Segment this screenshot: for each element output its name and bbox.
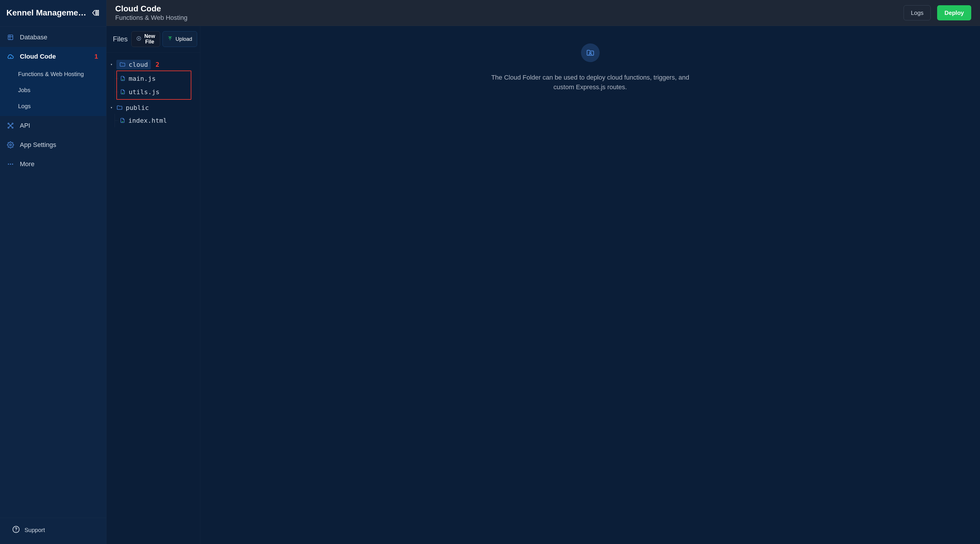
folder-user-icon — [581, 43, 600, 62]
tree-file-main-js[interactable]: main.js — [117, 72, 191, 85]
svg-point-26 — [589, 52, 591, 54]
svg-line-11 — [9, 124, 10, 125]
sidebar-item-support[interactable]: Support — [6, 523, 100, 537]
annotation-highlight: main.js utils.js — [116, 71, 191, 100]
plus-circle-icon — [136, 36, 142, 42]
tree-children-public: index.html — [115, 114, 196, 127]
file-icon — [120, 89, 126, 95]
sidebar-item-label: Cloud Code — [20, 53, 56, 60]
file-panel: Files New File Uplo — [107, 26, 200, 544]
svg-point-16 — [8, 163, 9, 165]
detail-panel: The Cloud Folder can be used to deploy c… — [200, 26, 980, 544]
sidebar-item-database[interactable]: Database — [0, 28, 106, 47]
topbar-titles: Cloud Code Functions & Web Hosting — [115, 4, 188, 22]
file-icon — [119, 117, 126, 123]
upload-button[interactable]: Upload — [162, 31, 197, 47]
tree-file-index-html[interactable]: index.html — [117, 114, 196, 127]
app-title: Kennel Management ... — [6, 8, 88, 17]
svg-rect-1 — [98, 10, 99, 15]
tree-folder-public[interactable]: ▾ public — [110, 102, 196, 114]
folder-badge: 2 — [156, 61, 159, 68]
api-icon — [6, 122, 14, 129]
cloud-code-icon — [6, 53, 14, 60]
caret-down-icon: ▾ — [110, 62, 113, 67]
folder-icon — [119, 61, 126, 68]
sidebar: Kennel Management ... Database Cloud Cod… — [0, 0, 107, 544]
svg-point-8 — [10, 125, 11, 126]
cloud-code-subnav: Functions & Web Hosting Jobs Logs — [0, 66, 106, 116]
svg-point-6 — [8, 123, 9, 124]
folder-icon — [116, 105, 123, 111]
sidebar-item-more[interactable]: More — [0, 154, 106, 174]
sidebar-item-label: API — [20, 122, 30, 129]
collapse-sidebar-button[interactable] — [91, 8, 100, 17]
svg-point-5 — [10, 57, 11, 58]
file-icon — [120, 76, 126, 81]
app-root: Kennel Management ... Database Cloud Cod… — [0, 0, 980, 544]
folder-name: public — [126, 104, 149, 111]
sidebar-item-label: Database — [20, 33, 47, 41]
logs-button[interactable]: Logs — [904, 5, 931, 21]
sidebar-subitem-jobs[interactable]: Jobs — [0, 82, 106, 98]
tree-children-cloud: main.js utils.js — [115, 71, 196, 100]
gear-icon — [6, 141, 14, 148]
svg-rect-2 — [8, 35, 13, 40]
deploy-button[interactable]: Deploy — [937, 5, 971, 21]
new-file-label: New File — [145, 33, 155, 44]
sidebar-header: Kennel Management ... — [0, 0, 106, 27]
svg-point-18 — [12, 163, 13, 165]
sidebar-item-label: Support — [24, 527, 45, 533]
page-subtitle: Functions & Web Hosting — [115, 14, 188, 22]
file-name: main.js — [129, 75, 156, 82]
svg-line-12 — [11, 124, 12, 125]
topbar: Cloud Code Functions & Web Hosting Logs … — [107, 0, 980, 26]
upload-icon — [167, 36, 173, 43]
tree-folder-cloud[interactable]: ▾ cloud 2 — [110, 58, 196, 71]
file-toolbar: Files New File Uplo — [107, 26, 200, 52]
folder-name: cloud — [129, 61, 148, 68]
sidebar-item-label: More — [20, 160, 34, 168]
file-name: index.html — [128, 117, 167, 124]
svg-point-17 — [10, 163, 11, 165]
folder-chip: cloud — [116, 60, 151, 70]
svg-point-7 — [12, 123, 13, 124]
file-name: utils.js — [129, 88, 159, 96]
more-icon — [6, 161, 14, 168]
file-tree: ▾ cloud 2 — [107, 52, 200, 132]
database-icon — [6, 34, 14, 41]
sidebar-item-api[interactable]: API — [0, 116, 106, 135]
upload-label: Upload — [176, 36, 192, 42]
collapse-icon — [91, 9, 99, 17]
main: Cloud Code Functions & Web Hosting Logs … — [107, 0, 980, 544]
new-file-button[interactable]: New File — [131, 31, 160, 47]
tree-file-utils-js[interactable]: utils.js — [117, 85, 191, 98]
svg-rect-0 — [95, 10, 97, 15]
caret-down-icon: ▾ — [110, 106, 113, 109]
sidebar-footer: Support — [0, 518, 106, 544]
svg-point-15 — [10, 144, 11, 146]
sidebar-item-app-settings[interactable]: App Settings — [0, 135, 106, 154]
files-label: Files — [113, 35, 128, 43]
svg-line-14 — [11, 126, 12, 127]
sidebar-nav: Database Cloud Code 1 Functions & Web Ho… — [0, 27, 106, 518]
svg-point-20 — [16, 531, 16, 531]
topbar-actions: Logs Deploy — [904, 5, 971, 21]
sidebar-item-badge: 1 — [94, 53, 100, 60]
sidebar-subitem-logs[interactable]: Logs — [0, 98, 106, 114]
sidebar-subitem-functions[interactable]: Functions & Web Hosting — [0, 66, 106, 82]
svg-point-10 — [12, 127, 13, 128]
detail-message: The Cloud Folder can be used to deploy c… — [485, 73, 695, 92]
svg-line-13 — [9, 126, 10, 127]
help-icon — [12, 526, 20, 534]
content: Files New File Uplo — [107, 26, 980, 544]
sidebar-item-cloud-code[interactable]: Cloud Code 1 — [0, 47, 106, 66]
page-title: Cloud Code — [115, 4, 188, 13]
svg-point-9 — [8, 127, 9, 128]
sidebar-item-label: App Settings — [20, 141, 56, 149]
